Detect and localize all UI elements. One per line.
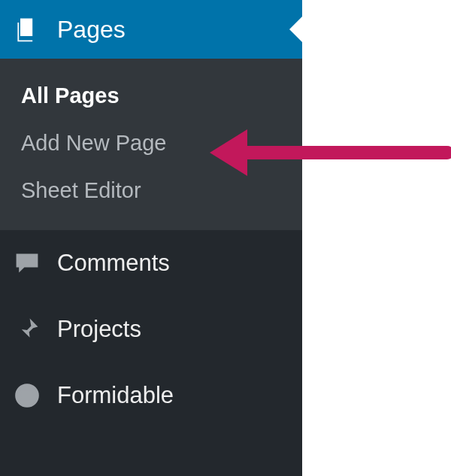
pages-submenu: All Pages Add New Page Sheet Editor <box>0 59 302 230</box>
submenu-label: Add New Page <box>21 131 166 155</box>
sidebar-item-label: Projects <box>57 316 141 343</box>
submenu-all-pages[interactable]: All Pages <box>0 72 302 120</box>
sidebar-item-comments[interactable]: Comments <box>0 230 302 296</box>
submenu-label: Sheet Editor <box>21 178 141 202</box>
sidebar-item-projects[interactable]: Projects <box>0 296 302 362</box>
pages-icon <box>14 16 47 43</box>
sidebar-item-label: Formidable <box>57 382 174 409</box>
comments-icon <box>14 250 47 277</box>
submenu-sheet-editor[interactable]: Sheet Editor <box>0 167 302 214</box>
sidebar-item-formidable[interactable]: Formidable <box>0 362 302 429</box>
submenu-add-new-page[interactable]: Add New Page <box>0 120 302 167</box>
pin-icon <box>14 316 47 343</box>
submenu-label: All Pages <box>21 83 120 108</box>
admin-sidebar: Pages All Pages Add New Page Sheet Edito… <box>0 0 302 476</box>
active-indicator-notch <box>289 16 303 43</box>
sidebar-item-pages[interactable]: Pages <box>0 0 302 59</box>
sidebar-item-label: Pages <box>57 16 126 44</box>
formidable-icon <box>14 382 47 409</box>
sidebar-item-label: Comments <box>57 250 170 277</box>
